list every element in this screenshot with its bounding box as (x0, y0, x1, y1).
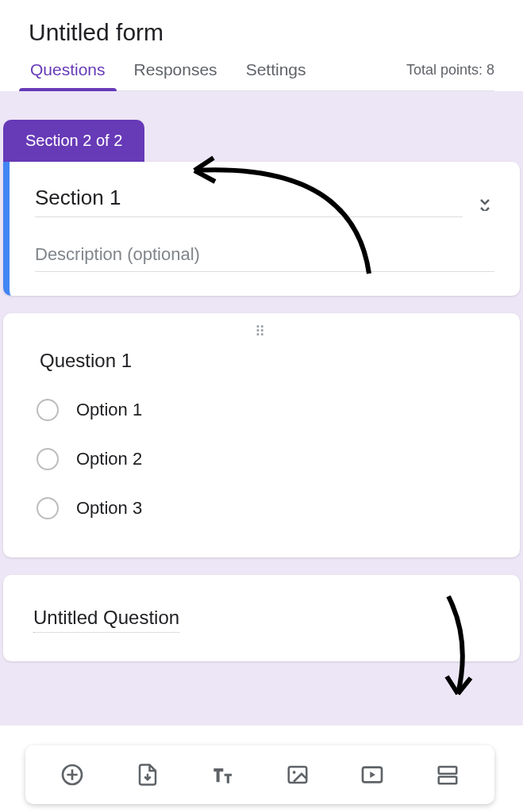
total-points: Total points: 8 (406, 62, 494, 90)
collapse-icon[interactable] (475, 187, 494, 213)
section-header-card[interactable] (3, 162, 520, 296)
canvas: Section 2 of 2 ⠿ Question 1 Option 1 Opt… (0, 91, 523, 726)
svg-point-2 (293, 771, 296, 774)
tab-settings[interactable]: Settings (246, 60, 306, 90)
tabs: Questions Responses Settings Total point… (29, 60, 494, 91)
svg-rect-5 (439, 777, 457, 784)
option-label[interactable]: Option 2 (76, 449, 142, 469)
section-description-input[interactable] (35, 239, 494, 272)
tab-responses[interactable]: Responses (134, 60, 217, 90)
option-row[interactable]: Option 1 (33, 399, 490, 421)
option-label[interactable]: Option 3 (76, 498, 142, 519)
radio-icon (37, 399, 59, 421)
tab-questions[interactable]: Questions (30, 60, 106, 90)
question-card-2[interactable]: Untitled Question (3, 575, 520, 661)
drag-handle-icon[interactable]: ⠿ (33, 327, 490, 343)
add-question-icon[interactable] (59, 761, 86, 788)
option-row[interactable]: Option 2 (33, 448, 490, 470)
question-title[interactable]: Question 1 (40, 350, 490, 372)
add-image-icon[interactable] (284, 761, 311, 788)
option-label[interactable]: Option 1 (76, 400, 142, 420)
section-title-input[interactable] (35, 182, 463, 217)
toolbar (25, 745, 494, 804)
radio-icon (37, 448, 59, 470)
add-title-icon[interactable] (209, 761, 236, 788)
question-card-1[interactable]: ⠿ Question 1 Option 1 Option 2 Option 3 (3, 313, 520, 557)
import-questions-icon[interactable] (134, 761, 161, 788)
add-section-icon[interactable] (434, 761, 461, 788)
add-video-icon[interactable] (359, 761, 386, 788)
question-title[interactable]: Untitled Question (33, 607, 179, 633)
form-title[interactable]: Untitled form (29, 19, 494, 46)
section-chip: Section 2 of 2 (3, 120, 144, 162)
option-row[interactable]: Option 3 (33, 497, 490, 519)
radio-icon (37, 497, 59, 519)
svg-rect-4 (439, 767, 457, 774)
